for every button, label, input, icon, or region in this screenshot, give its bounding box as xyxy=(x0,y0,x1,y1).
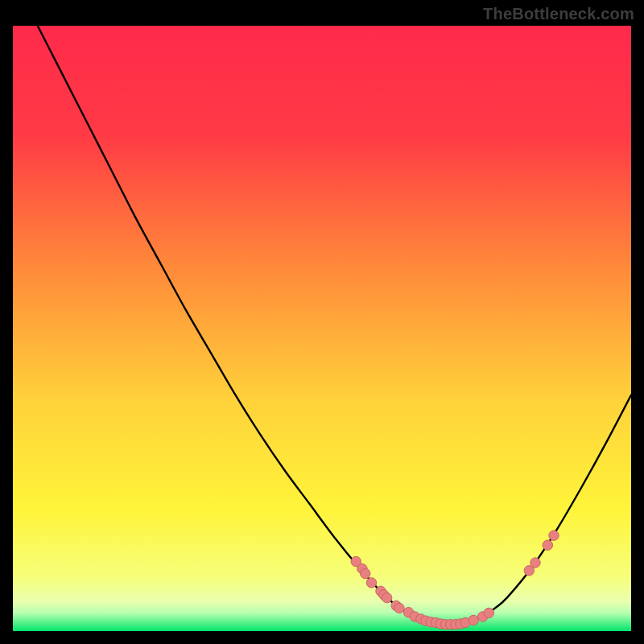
attribution-label: TheBottleneck.com xyxy=(483,5,634,23)
chart-container: TheBottleneck.com xyxy=(0,0,644,644)
data-marker xyxy=(361,568,370,578)
gradient-background xyxy=(13,26,631,631)
data-marker xyxy=(382,592,391,602)
data-marker xyxy=(543,540,552,550)
data-marker xyxy=(394,603,404,613)
data-marker xyxy=(549,530,559,540)
data-marker xyxy=(469,615,478,625)
data-marker xyxy=(530,558,540,568)
data-marker xyxy=(366,578,376,588)
bottleneck-chart xyxy=(13,26,631,631)
data-marker xyxy=(484,608,493,617)
